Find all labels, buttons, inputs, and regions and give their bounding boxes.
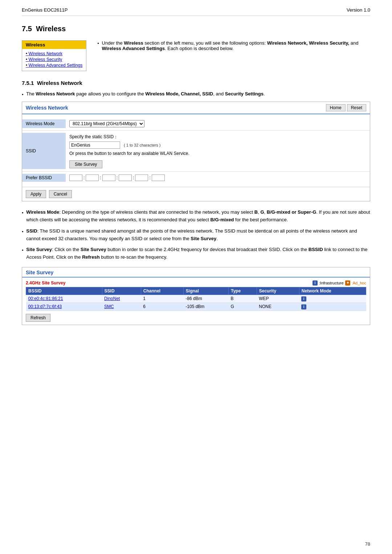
apply-button[interactable]: Apply xyxy=(26,190,46,198)
wireless-mode-field: 802.11b/g Mixed (2GHz/54Mbps) xyxy=(66,119,370,128)
header-left: EnGenius EOC2611P xyxy=(22,7,68,13)
row2-type: G xyxy=(228,303,257,311)
survey-table: BSSID SSID Channel Signal Type Security … xyxy=(26,287,366,311)
intro-text: Under the Wireless section of the left m… xyxy=(97,40,370,51)
panel-header: Wireless Network Home Reset xyxy=(22,102,370,114)
col-signal: Signal xyxy=(183,287,228,295)
bullets-section: Wireless Mode: Depending on the type of … xyxy=(22,209,370,261)
bullet-wireless-mode: Wireless Mode: Depending on the type of … xyxy=(22,209,370,224)
menu-item-wireless-network[interactable]: Wireless Network xyxy=(26,51,82,56)
site-survey-button[interactable]: Site Survey xyxy=(69,160,102,168)
ssid-input-row: ( 1 to 32 characters ) xyxy=(69,141,366,149)
wireless-mode-row: Wireless Mode 802.11b/g Mixed (2GHz/54Mb… xyxy=(22,117,370,131)
row1-network-mode: i xyxy=(299,295,366,303)
col-ssid: SSID xyxy=(102,287,141,295)
menu-box-header: Wireless xyxy=(22,41,86,49)
prefer-bssid-label: Prefer BSSID xyxy=(22,174,66,182)
home-button[interactable]: Home xyxy=(326,104,346,111)
menu-box: Wireless Wireless Network Wireless Secur… xyxy=(22,40,86,71)
row1-security: WEP xyxy=(257,295,299,303)
prefer-bssid-row: Prefer BSSID : : : : : xyxy=(22,172,370,184)
ssid-search-note: Or press the button to search for any av… xyxy=(69,150,366,157)
header-right: Version 1.0 xyxy=(347,7,370,13)
wireless-network-panel: Wireless Network Home Reset Wireless Mod… xyxy=(22,102,370,201)
bssid-sep-4: : xyxy=(133,175,134,181)
row1-signal: -86 dBm xyxy=(183,295,228,303)
row2-bssid[interactable]: 00:13:d7:7c:6f:43 xyxy=(26,303,102,311)
panel-header-buttons: Home Reset xyxy=(326,104,366,111)
site-survey-panel: Site Survey 2.4GHz Site Survey i :Infras… xyxy=(22,267,370,325)
subsection-desc: The Wireless Network page allows you to … xyxy=(22,90,370,98)
panel-footer: Apply Cancel xyxy=(22,187,370,201)
ssid-specify-label: Specify the static SSID： xyxy=(69,134,366,140)
bssid-sep-1: : xyxy=(83,175,85,181)
bssid-sep-2: : xyxy=(100,175,101,181)
panel-body: Wireless Mode 802.11b/g Mixed (2GHz/54Mb… xyxy=(22,114,370,187)
wireless-mode-select[interactable]: 802.11b/g Mixed (2GHz/54Mbps) xyxy=(69,120,144,127)
bssid-input-6[interactable] xyxy=(152,175,165,181)
subsection-number: 7.5.1 xyxy=(22,80,34,86)
row1-ssid[interactable]: DinoNet xyxy=(102,295,141,303)
section-number: 7.5 xyxy=(22,25,32,33)
table-row: 00:13:d7:7c:6f:43 SMC 6 -105 dBm G NONE … xyxy=(26,303,366,311)
bssid-sep-3: : xyxy=(117,175,118,181)
row1-bssid[interactable]: 00:e0:4c:81:86:21 xyxy=(26,295,102,303)
section-title: Wireless xyxy=(36,25,66,33)
bssid-input-3[interactable] xyxy=(102,175,115,181)
ssid-row: SSID Specify the static SSID： ( 1 to 32 … xyxy=(22,131,370,172)
cancel-button[interactable]: Cancel xyxy=(49,190,72,198)
col-bssid: BSSID xyxy=(26,287,102,295)
ssid-input[interactable] xyxy=(69,141,120,149)
col-network-mode: Network Mode xyxy=(299,287,366,295)
survey-subheader: 2.4GHz Site Survey i :Infrastructure ✦ :… xyxy=(26,280,366,286)
survey-legend: i :Infrastructure ✦ :Ad_hoc xyxy=(313,280,366,286)
bssid-sep-5: : xyxy=(149,175,150,181)
row1-network-mode-icon: i xyxy=(301,296,306,301)
intro-text-content: Under the Wireless section of the left m… xyxy=(102,40,370,51)
row2-channel: 6 xyxy=(141,303,183,311)
bssid-inputs: : : : : : xyxy=(69,175,366,181)
bssid-input-5[interactable] xyxy=(135,175,148,181)
legend-adhoc-label: :Ad_hoc xyxy=(352,281,366,285)
ssid-field: Specify the static SSID： ( 1 to 32 chara… xyxy=(66,133,370,169)
row2-signal: -105 dBm xyxy=(183,303,228,311)
page-number: 78 xyxy=(365,541,370,547)
legend-infra-icon: i xyxy=(313,280,318,286)
col-type: Type xyxy=(228,287,257,295)
menu-box-body: Wireless Network Wireless Security Wirel… xyxy=(22,49,86,71)
reset-button[interactable]: Reset xyxy=(347,104,366,111)
wireless-mode-label: Wireless Mode xyxy=(22,119,66,128)
survey-freq-label: 2.4GHz Site Survey xyxy=(26,280,65,286)
table-row: 00:e0:4c:81:86:21 DinoNet 1 -86 dBm B WE… xyxy=(26,295,366,303)
col-channel: Channel xyxy=(141,287,183,295)
site-survey-body: 2.4GHz Site Survey i :Infrastructure ✦ :… xyxy=(22,278,370,325)
bssid-input-4[interactable] xyxy=(119,175,132,181)
legend-infra-label: :Infrastructure xyxy=(319,281,344,285)
row1-type: B xyxy=(228,295,257,303)
panel-title: Wireless Network xyxy=(26,105,68,111)
bssid-input-2[interactable] xyxy=(86,175,99,181)
row2-network-mode: i xyxy=(299,303,366,311)
subsection-title: Wireless Network xyxy=(37,80,82,86)
refresh-button[interactable]: Refresh xyxy=(26,314,50,322)
legend-adhoc-icon: ✦ xyxy=(345,280,350,286)
menu-item-wireless-advanced[interactable]: Wireless Advanced Settings xyxy=(26,63,82,68)
bullet-site-survey: Site Survey: Click on the Site Survey bu… xyxy=(22,246,370,261)
ssid-label: SSID xyxy=(22,133,66,169)
menu-item-wireless-security[interactable]: Wireless Security xyxy=(26,57,82,62)
row2-network-mode-icon: i xyxy=(301,304,306,309)
site-survey-panel-header: Site Survey xyxy=(22,267,370,278)
col-security: Security xyxy=(257,287,299,295)
site-survey-panel-title: Site Survey xyxy=(26,270,53,275)
ssid-chars-note: ( 1 to 32 characters ) xyxy=(124,142,161,148)
bullet-ssid: SSID: The SSID is a unique named shared … xyxy=(22,227,370,243)
row2-ssid[interactable]: SMC xyxy=(102,303,141,311)
row2-security: NONE xyxy=(257,303,299,311)
bssid-input-1[interactable] xyxy=(69,175,82,181)
prefer-bssid-field: : : : : : xyxy=(66,174,370,182)
row1-channel: 1 xyxy=(141,295,183,303)
